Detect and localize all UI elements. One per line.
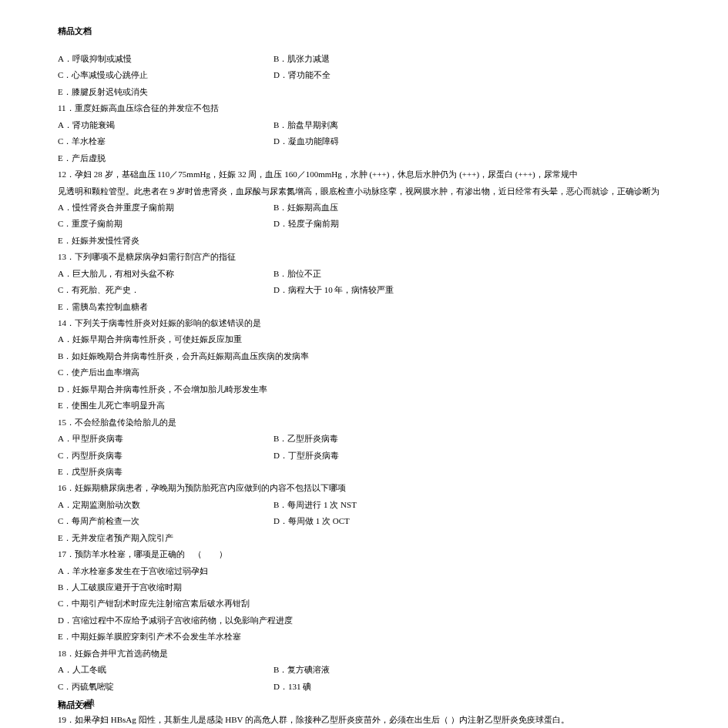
text-line: B．如妊娠晚期合并病毒性肝炎，会升高妊娠期高血压疾病的发病率 (58, 348, 670, 364)
option-left: C．羊水栓塞 (58, 133, 273, 149)
option-left: A．甲型肝炎病毒 (58, 431, 273, 447)
line-text: B．如妊娠晚期合并病毒性肝炎，会升高妊娠期高血压疾病的发病率 (58, 348, 309, 364)
text-line: C．丙硫氧嘧啶D．131 碘 (58, 679, 670, 695)
text-line: E．戊型肝炎病毒 (58, 464, 670, 480)
text-line: C．重度子痫前期D．轻度子痫前期 (58, 216, 670, 232)
line-text: E．使围生儿死亡率明显升高 (58, 398, 165, 414)
option-right: B．肌张力减退 (273, 51, 670, 67)
option-left: A．定期监测胎动次数 (58, 497, 273, 513)
line-text: E．膝腱反射迟钝或消失 (58, 84, 148, 100)
text-line: 15．不会经胎盘传染给胎儿的是 (58, 414, 670, 431)
text-line: 14．下列关于病毒性肝炎对妊娠的影响的叙述错误的是 (58, 315, 670, 331)
text-line: 18．妊娠合并甲亢首选药物是 (58, 646, 670, 662)
option-right: B．乙型肝炎病毒 (273, 431, 670, 447)
option-right: D．131 碘 (273, 679, 670, 695)
text-line: A．慢性肾炎合并重度子痫前期B．妊娠期高血压 (58, 200, 670, 216)
text-line: 13．下列哪项不是糖尿病孕妇需行剖宫产的指征 (58, 249, 670, 265)
text-line: 见透明和颗粒管型。此患者在 9 岁时曾患肾炎，血尿酸与尿素氮增高，眼底检查小动脉… (58, 183, 670, 200)
option-right: B．胎盘早期剥离 (273, 117, 670, 133)
line-text: E．妊娠并发慢性肾炎 (58, 233, 139, 249)
option-right: B．每周进行 1 次 NST (273, 497, 670, 513)
line-text: B．人工破膜应避开于宫收缩时期 (58, 579, 182, 595)
line-text: D．妊娠早期合并病毒性肝炎，不会增加胎儿畸形发生率 (58, 381, 267, 398)
text-line: E．125 碘 (58, 695, 670, 711)
text-line: E．需胰岛素控制血糖者 (58, 299, 670, 315)
text-line: 19．如果孕妇 HBsAg 阳性，其新生儿是感染 HBV 的高危人群，除接种乙型… (58, 712, 670, 728)
document-page: 精品文档 A．呼吸抑制或减慢B．肌张力减退C．心率减慢或心跳停止D．肾功能不全E… (0, 0, 728, 728)
text-line: E．无并发症者预产期入院引产 (58, 530, 670, 546)
line-text: 11．重度妊娠高血压综合征的并发症不包括 (58, 100, 219, 116)
page-header: 精品文档 (58, 26, 670, 37)
line-text: A．妊娠早期合并病毒性肝炎，可使妊娠反应加重 (58, 331, 242, 347)
text-line: A．呼吸抑制或减慢B．肌张力减退 (58, 51, 670, 67)
text-line: A．定期监测胎动次数B．每周进行 1 次 NST (58, 497, 670, 513)
text-line: A．人工冬眠B．复方碘溶液 (58, 662, 670, 678)
line-text: A．羊水栓塞多发生在于宫收缩过弱孕妇 (58, 563, 208, 579)
text-line: E．妊娠并发慢性肾炎 (58, 233, 670, 249)
text-line: B．人工破膜应避开于宫收缩时期 (58, 579, 670, 595)
option-left: A．巨大胎儿，有相对头盆不称 (58, 266, 273, 282)
line-text: 14．下列关于病毒性肝炎对妊娠的影响的叙述错误的是 (58, 315, 261, 331)
option-right: D．凝血功能障碍 (273, 133, 670, 149)
text-line: C．羊水栓塞D．凝血功能障碍 (58, 133, 670, 149)
option-right: D．每周做 1 次 OCT (273, 513, 670, 529)
line-text: 12．孕妇 28 岁，基础血压 110／75mmHg，妊娠 32 周，血压 16… (58, 166, 578, 183)
text-line: C．丙型肝炎病毒D．丁型肝炎病毒 (58, 448, 670, 464)
option-left: C．丙硫氧嘧啶 (58, 679, 273, 695)
option-right: B．复方碘溶液 (273, 662, 670, 678)
document-body: A．呼吸抑制或减慢B．肌张力减退C．心率减慢或心跳停止D．肾功能不全E．膝腱反射… (58, 51, 670, 728)
text-line: 16．妊娠期糖尿病患者，孕晚期为预防胎死宫内应做到的内容不包括以下哪项 (58, 480, 670, 496)
line-text: E．需胰岛素控制血糖者 (58, 299, 148, 315)
option-left: A．肾功能衰竭 (58, 117, 273, 133)
option-left: A．呼吸抑制或减慢 (58, 51, 273, 67)
option-left: C．有死胎、死产史． (58, 282, 273, 298)
text-line: C．每周产前检查一次D．每周做 1 次 OCT (58, 513, 670, 529)
text-line: C．使产后出血率增高 (58, 364, 670, 381)
line-text: 19．如果孕妇 HBsAg 阳性，其新生儿是感染 HBV 的高危人群，除接种乙型… (58, 712, 569, 728)
line-text: C．中期引产钳刮术时应先注射缩宫素后破水再钳刮 (58, 595, 250, 612)
line-text: E．戊型肝炎病毒 (58, 464, 122, 480)
option-right: D．肾功能不全 (273, 67, 670, 83)
text-line: 12．孕妇 28 岁，基础血压 110／75mmHg，妊娠 32 周，血压 16… (58, 166, 670, 183)
text-line: 17．预防羊水栓塞，哪项是正确的 （ ） (58, 546, 670, 562)
text-line: E．使围生儿死亡率明显升高 (58, 398, 670, 414)
line-text: 17．预防羊水栓塞，哪项是正确的 （ ） (58, 546, 227, 562)
line-text: E．中期妊娠羊膜腔穿刺引产术不会发生羊水栓塞 (58, 629, 241, 645)
option-left: A．慢性肾炎合并重度子痫前期 (58, 200, 273, 216)
line-text: E．无并发症者预产期入院引产 (58, 530, 173, 546)
text-line: A．肾功能衰竭B．胎盘早期剥离 (58, 117, 670, 133)
option-right: D．丁型肝炎病毒 (273, 448, 670, 464)
line-text: 见透明和颗粒管型。此患者在 9 岁时曾患肾炎，血尿酸与尿素氮增高，眼底检查小动脉… (58, 183, 659, 200)
text-line: C．中期引产钳刮术时应先注射缩宫素后破水再钳刮 (58, 595, 670, 612)
option-left: A．人工冬眠 (58, 662, 273, 678)
text-line: C．心率减慢或心跳停止D．肾功能不全 (58, 67, 670, 83)
option-left: C．丙型肝炎病毒 (58, 448, 273, 464)
option-right: B．胎位不正 (273, 266, 670, 282)
line-text: 18．妊娠合并甲亢首选药物是 (58, 646, 168, 662)
text-line: 11．重度妊娠高血压综合征的并发症不包括 (58, 100, 670, 116)
option-left: C．重度子痫前期 (58, 216, 273, 232)
text-line: D．妊娠早期合并病毒性肝炎，不会增加胎儿畸形发生率 (58, 381, 670, 398)
text-line: E．膝腱反射迟钝或消失 (58, 84, 670, 100)
text-line: D．宫缩过程中不应给予减弱子宫收缩药物，以免影响产程进度 (58, 612, 670, 629)
line-text: C．使产后出血率增高 (58, 364, 139, 381)
text-line: E．产后虚脱 (58, 150, 670, 166)
page-footer: 精品文档 (58, 700, 92, 711)
option-right: D．病程大于 10 年，病情较严重 (273, 282, 670, 298)
line-text: 15．不会经胎盘传染给胎儿的是 (58, 414, 176, 431)
option-left: C．心率减慢或心跳停止 (58, 67, 273, 83)
line-text: 16．妊娠期糖尿病患者，孕晚期为预防胎死宫内应做到的内容不包括以下哪项 (58, 480, 346, 496)
text-line: E．中期妊娠羊膜腔穿刺引产术不会发生羊水栓塞 (58, 629, 670, 645)
text-line: A．甲型肝炎病毒B．乙型肝炎病毒 (58, 431, 670, 447)
option-right: B．妊娠期高血压 (273, 200, 670, 216)
option-left: C．每周产前检查一次 (58, 513, 273, 529)
text-line: A．妊娠早期合并病毒性肝炎，可使妊娠反应加重 (58, 331, 670, 347)
text-line: C．有死胎、死产史．D．病程大于 10 年，病情较严重 (58, 282, 670, 298)
line-text: 13．下列哪项不是糖尿病孕妇需行剖宫产的指征 (58, 249, 236, 265)
option-right: D．轻度子痫前期 (273, 216, 670, 232)
text-line: A．羊水栓塞多发生在于宫收缩过弱孕妇 (58, 563, 670, 579)
line-text: D．宫缩过程中不应给予减弱子宫收缩药物，以免影响产程进度 (58, 612, 293, 629)
line-text: E．产后虚脱 (58, 150, 106, 166)
text-line: A．巨大胎儿，有相对头盆不称B．胎位不正 (58, 266, 670, 282)
